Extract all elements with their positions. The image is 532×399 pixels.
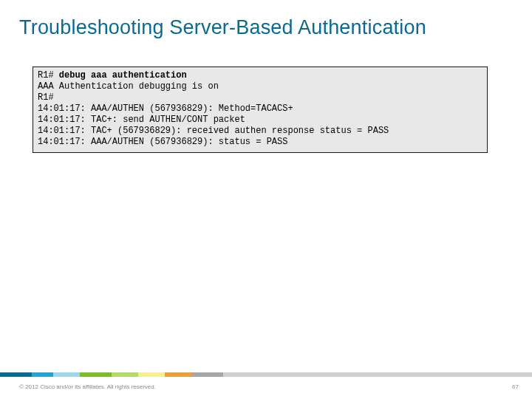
code-line: R1#	[38, 92, 482, 103]
stripe-seg	[80, 372, 112, 377]
page-number: 67	[512, 383, 519, 390]
stripe-seg	[32, 372, 53, 377]
page-title: Troubleshooting Server-Based Authenticat…	[19, 16, 426, 39]
brand-stripe	[0, 372, 532, 377]
stripe-seg	[223, 372, 532, 377]
stripe-seg	[165, 372, 191, 377]
stripe-seg	[112, 372, 138, 377]
stripe-seg	[138, 372, 165, 377]
code-line: AAA Authentication debugging is on	[38, 81, 482, 92]
code-line: 14:01:17: TAC+ (567936829): received aut…	[38, 126, 482, 137]
copyright: © 2012 Cisco and/or its affiliates. All …	[19, 383, 156, 390]
slide: Troubleshooting Server-Based Authenticat…	[0, 0, 532, 399]
prompt: R1#	[38, 70, 59, 81]
code-line: 14:01:17: AAA/AUTHEN (567936829): Method…	[38, 103, 482, 115]
stripe-seg	[53, 372, 80, 377]
code-line: 14:01:17: TAC+: send AUTHEN/CONT packet	[38, 115, 482, 126]
stripe-seg	[0, 372, 32, 377]
command: debug aaa authentication	[59, 70, 187, 81]
code-line-cmd: R1# debug aaa authentication	[38, 70, 482, 81]
code-line: 14:01:17: AAA/AUTHEN (567936829): status…	[38, 137, 482, 148]
stripe-seg	[191, 372, 223, 377]
terminal-output: R1# debug aaa authentication AAA Authent…	[33, 66, 488, 153]
